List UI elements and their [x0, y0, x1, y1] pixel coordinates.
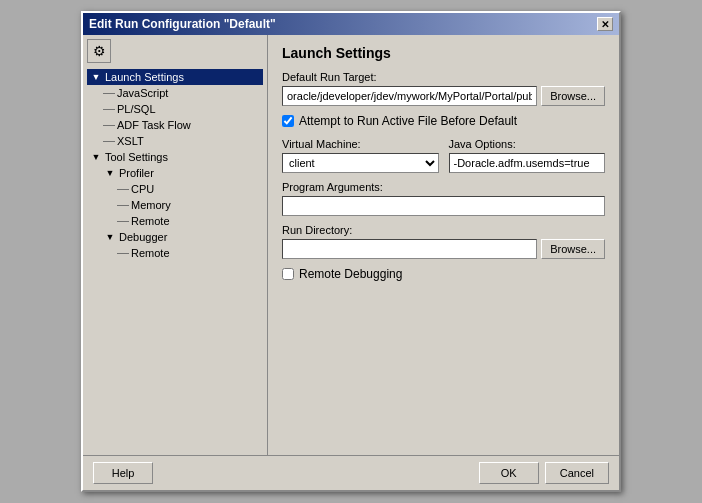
- sidebar-item-launch-settings[interactable]: ▼ Launch Settings: [87, 69, 263, 85]
- dialog-footer: Help OK Cancel: [83, 455, 619, 490]
- sidebar-item-plsql[interactable]: — PL/SQL: [101, 101, 263, 117]
- expand-icon-profiler: ▼: [103, 166, 117, 180]
- run-directory-input[interactable]: [282, 239, 537, 259]
- sidebar-label-debugger: Debugger: [119, 231, 167, 243]
- dash-icon-xslt: —: [103, 134, 115, 148]
- virtual-machine-label: Virtual Machine:: [282, 138, 439, 150]
- program-arguments-label: Program Arguments:: [282, 181, 605, 193]
- remote-debugging-checkbox[interactable]: [282, 268, 294, 280]
- default-run-target-row: Browse...: [282, 86, 605, 106]
- sidebar-label-remote-debugger: Remote: [131, 247, 170, 259]
- sidebar-item-memory[interactable]: — Memory: [115, 197, 263, 213]
- cancel-button[interactable]: Cancel: [545, 462, 609, 484]
- sidebar-item-profiler[interactable]: ▼ Profiler: [101, 165, 263, 181]
- sidebar-label-remote-profiler: Remote: [131, 215, 170, 227]
- dash-icon-adf: —: [103, 118, 115, 132]
- footer-right: OK Cancel: [479, 462, 609, 484]
- default-run-target-label: Default Run Target:: [282, 71, 605, 83]
- sidebar-label-profiler: Profiler: [119, 167, 154, 179]
- java-options-col: Java Options:: [449, 138, 606, 173]
- attempt-checkbox-row: Attempt to Run Active File Before Defaul…: [282, 114, 605, 128]
- vm-java-row: Virtual Machine: client Java Options:: [282, 138, 605, 173]
- dash-icon-javascript: —: [103, 86, 115, 100]
- sidebar-label-cpu: CPU: [131, 183, 154, 195]
- browse-button-1[interactable]: Browse...: [541, 86, 605, 106]
- dash-icon-memory: —: [117, 198, 129, 212]
- sidebar: ⚙ ▼ Launch Settings — JavaScript — PL/SQ…: [83, 35, 268, 455]
- help-button[interactable]: Help: [93, 462, 153, 484]
- sidebar-item-remote-profiler[interactable]: — Remote: [115, 213, 263, 229]
- dash-icon-remote-profiler: —: [117, 214, 129, 228]
- config-icon: ⚙: [87, 39, 111, 63]
- program-arguments-input[interactable]: [282, 196, 605, 216]
- default-run-target-input[interactable]: [282, 86, 537, 106]
- expand-icon-launch-settings: ▼: [89, 70, 103, 84]
- attempt-checkbox[interactable]: [282, 115, 294, 127]
- sidebar-label-javascript: JavaScript: [117, 87, 168, 99]
- sidebar-label-adf-task-flow: ADF Task Flow: [117, 119, 191, 131]
- main-panel: Launch Settings Default Run Target: Brow…: [268, 35, 619, 455]
- virtual-machine-col: Virtual Machine: client: [282, 138, 439, 173]
- expand-icon-tool-settings: ▼: [89, 150, 103, 164]
- expand-icon-debugger: ▼: [103, 230, 117, 244]
- remote-debugging-label: Remote Debugging: [299, 267, 402, 281]
- sidebar-label-memory: Memory: [131, 199, 171, 211]
- ok-button[interactable]: OK: [479, 462, 539, 484]
- sidebar-label-tool-settings: Tool Settings: [105, 151, 168, 163]
- sidebar-item-javascript[interactable]: — JavaScript: [101, 85, 263, 101]
- attempt-label: Attempt to Run Active File Before Defaul…: [299, 114, 517, 128]
- run-directory-row: Browse...: [282, 239, 605, 259]
- virtual-machine-select[interactable]: client: [282, 153, 439, 173]
- remote-debugging-row: Remote Debugging: [282, 267, 605, 281]
- title-bar: Edit Run Configuration "Default" ✕: [83, 13, 619, 35]
- sidebar-icon-row: ⚙: [87, 39, 263, 63]
- close-button[interactable]: ✕: [597, 17, 613, 31]
- sidebar-label-launch-settings: Launch Settings: [105, 71, 184, 83]
- dialog-body: ⚙ ▼ Launch Settings — JavaScript — PL/SQ…: [83, 35, 619, 455]
- java-options-label: Java Options:: [449, 138, 606, 150]
- dash-icon-plsql: —: [103, 102, 115, 116]
- sidebar-item-tool-settings[interactable]: ▼ Tool Settings: [87, 149, 263, 165]
- dash-icon-remote-debugger: —: [117, 246, 129, 260]
- browse-button-2[interactable]: Browse...: [541, 239, 605, 259]
- sidebar-item-adf-task-flow[interactable]: — ADF Task Flow: [101, 117, 263, 133]
- sidebar-label-xslt: XSLT: [117, 135, 144, 147]
- dialog-title: Edit Run Configuration "Default": [89, 17, 276, 31]
- dialog: Edit Run Configuration "Default" ✕ ⚙ ▼ L…: [81, 11, 621, 492]
- program-arguments-row: [282, 196, 605, 216]
- sidebar-item-remote-debugger[interactable]: — Remote: [115, 245, 263, 261]
- sidebar-label-plsql: PL/SQL: [117, 103, 156, 115]
- sidebar-item-cpu[interactable]: — CPU: [115, 181, 263, 197]
- panel-title: Launch Settings: [282, 45, 605, 61]
- java-options-input[interactable]: [449, 153, 606, 173]
- dash-icon-cpu: —: [117, 182, 129, 196]
- run-directory-label: Run Directory:: [282, 224, 605, 236]
- sidebar-item-debugger[interactable]: ▼ Debugger: [101, 229, 263, 245]
- sidebar-item-xslt[interactable]: — XSLT: [101, 133, 263, 149]
